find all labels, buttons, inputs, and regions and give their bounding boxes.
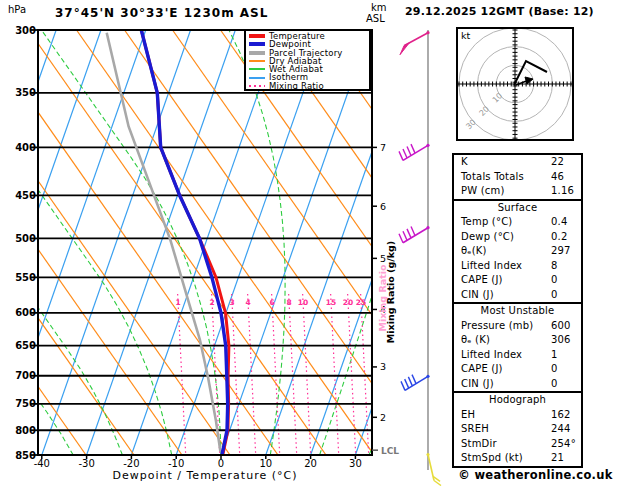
pressure-tick-label: 500 [15,233,36,244]
barb-tick [412,375,416,384]
table-row: CAPE (J)0 [454,362,581,377]
table-row: CIN (J)0 [454,288,581,303]
hodograph-unit-label: kt [461,30,471,41]
table-group: Most UnstablePressure (mb)600θₑ (K)306Li… [454,302,581,391]
table-row-value: 0 [551,273,558,288]
barb-tick [408,377,412,386]
km-tick-label: 6 [380,201,386,212]
temp-tick-label: 20 [304,458,317,469]
legend-item-label: Mixing Ratio [269,82,324,90]
km-unit-label: km [371,2,387,13]
parcel-trajectory-curve [107,33,221,452]
table-row: CAPE (J)0 [454,273,581,288]
legend-swatch-temperature [249,34,265,38]
barb-tick [399,234,403,243]
table-row-label: EH [461,409,475,420]
svg-text:2: 2 [209,298,214,307]
table-row-value: 0 [551,377,558,392]
pressure-tick-label: 450 [15,190,36,201]
legend-swatch-dewpoint [249,42,265,46]
table-group: HodographEH162SREH244StmDir254°StmSpd (k… [454,391,581,466]
wind-barb-column [399,30,441,486]
svg-text:25: 25 [356,298,366,307]
table-row-label: StmSpd (kt) [461,452,523,463]
pressure-tick-label: 550 [15,272,36,283]
svg-text:1: 1 [175,298,180,307]
table-row: Dewp (°C)0.2 [454,230,581,245]
table-group-title: Most Unstable [454,304,581,319]
table-row-label: Lifted Index [461,349,522,360]
pressure-tick-label: 300 [15,25,36,36]
svg-text:20: 20 [343,298,353,307]
table-row-value: 8 [551,259,558,274]
mixing-ratio-axis-label: Mixing Ratio (g/kg) [385,241,396,343]
legend-swatch-dry-adiabat [249,60,265,62]
svg-text:10: 10 [298,298,308,307]
temp-tick-label: -10 [168,458,184,469]
barb-tick [407,147,411,156]
table-row-value: 21 [551,451,564,466]
mixing-ratio-value-labels: 12346810152025 [175,298,366,307]
table-row: SREH244 [454,422,581,437]
km-tick-label: 3 [380,361,386,372]
temp-tick-label: -20 [123,458,139,469]
svg-text:8: 8 [286,298,291,307]
hodograph: 102030kt [457,28,573,140]
pressure-tick-label: 650 [15,340,36,351]
barb-tick [407,229,411,238]
table-row-label: PW (cm) [461,185,505,196]
table-group: K22Totals Totals46PW (cm)1.16 [454,155,581,199]
table-row: PW (cm)1.16 [454,184,581,199]
x-axis-title: Dewpoint / Temperature (°C) [38,469,372,482]
table-row-value: 162 [551,408,571,423]
table-row-value: 306 [551,333,571,348]
table-row-value: 46 [551,170,564,185]
barb-tick [399,151,403,160]
table-row: EH162 [454,408,581,423]
svg-text:6: 6 [269,298,274,307]
table-row-label: Lifted Index [461,260,522,271]
pressure-axis-labels: 300350400450500550600650700750800850 [15,25,38,461]
table-row-value: 297 [551,244,571,259]
pressure-tick-label: 750 [15,398,36,409]
wind-barb [399,144,430,161]
table-row: Lifted Index1 [454,348,581,363]
legend-item: Wet Adiabat [248,65,369,73]
station-title: 37°45'N 30°33'E 1230m ASL [55,6,268,20]
table-row: CIN (J)0 [454,377,581,392]
table-row-value: 0.4 [551,215,568,230]
temp-tick-label: 30 [349,458,362,469]
table-row-label: StmDir [461,438,497,449]
table-group-title: Hodograph [454,393,581,408]
barb-tick [401,381,405,390]
legend-swatch-mixing-ratio [249,85,265,87]
table-row-label: θₑ (K) [461,334,490,345]
table-row-label: Pressure (mb) [461,320,533,331]
temp-tick-label: 0 [218,458,224,469]
table-row-label: CAPE (J) [461,363,503,374]
barb-tick [403,231,407,240]
asl-unit-label: ASL [366,13,385,24]
table-row-value: 0.2 [551,230,568,245]
pressure-tick-label: 350 [15,87,36,98]
table-row: Pressure (mb)600 [454,319,581,334]
legend-swatch-wet-adiabat [249,68,265,70]
barb-tick [411,227,415,236]
table-row: StmSpd (kt)21 [454,451,581,466]
temp-tick-label: -40 [34,458,50,469]
legend-swatch-parcel-trajectory [249,51,265,55]
table-row-value: 254° [551,437,576,452]
svg-text:3: 3 [229,298,234,307]
table-row-label: θₑ(K) [461,245,487,256]
temp-tick-label: -30 [78,458,94,469]
table-row-value: 22 [551,155,564,170]
table-row-value: 1.16 [551,184,574,199]
table-row-label: Totals Totals [461,171,524,182]
table-row-label: Dewp (°C) [461,231,514,242]
pressure-unit-label: hPa [8,4,26,15]
wind-barb [400,31,430,55]
table-row: StmDir254° [454,437,581,452]
lcl-label: LCL [381,446,399,456]
chart-legend: TemperatureDewpointParcel TrajectoryDry … [244,29,371,91]
svg-text:4: 4 [245,298,250,307]
